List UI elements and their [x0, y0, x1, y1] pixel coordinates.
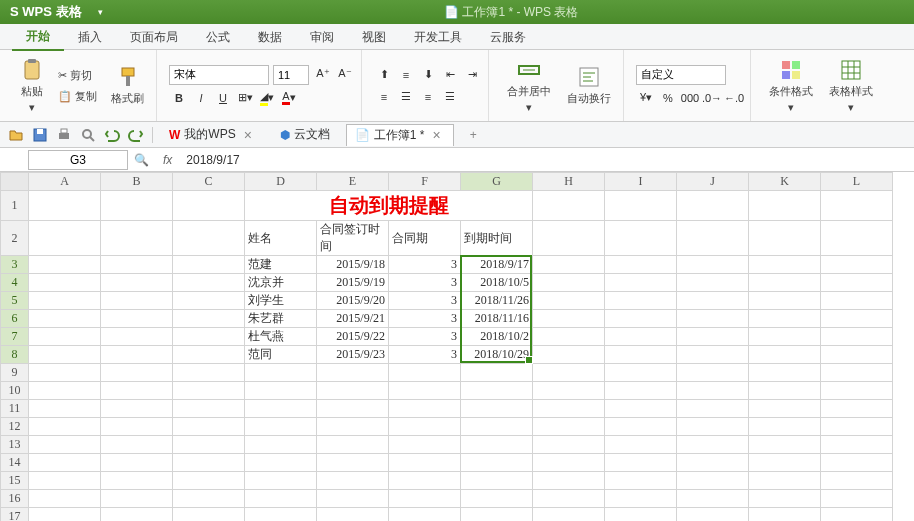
cell-C5[interactable]	[173, 292, 245, 310]
row-header-13[interactable]: 13	[1, 436, 29, 454]
cell-B5[interactable]	[101, 292, 173, 310]
col-header-G[interactable]: G	[461, 173, 533, 191]
cell-I5[interactable]	[605, 292, 677, 310]
tab-cloud[interactable]: 云服务	[476, 23, 540, 50]
cell-K6[interactable]	[749, 310, 821, 328]
cell-L1[interactable]	[821, 191, 893, 221]
cell-G15[interactable]	[461, 472, 533, 490]
row-header-1[interactable]: 1	[1, 191, 29, 221]
cell-G9[interactable]	[461, 364, 533, 382]
cell-E5[interactable]: 2015/9/20	[317, 292, 389, 310]
wrap-text-button[interactable]: 自动换行	[561, 61, 617, 110]
cell-K3[interactable]	[749, 256, 821, 274]
row-header-2[interactable]: 2	[1, 221, 29, 256]
cell-F12[interactable]	[389, 418, 461, 436]
doctab-clouddoc[interactable]: ⬢ 云文档	[272, 124, 338, 145]
cell-A5[interactable]	[29, 292, 101, 310]
cell-G6[interactable]: 2018/11/16	[461, 310, 533, 328]
cell-B12[interactable]	[101, 418, 173, 436]
cell-D8[interactable]: 范同	[245, 346, 317, 364]
open-icon[interactable]	[8, 127, 24, 143]
justify-button[interactable]: ☰	[440, 88, 460, 106]
cell-D11[interactable]	[245, 400, 317, 418]
cell-F14[interactable]	[389, 454, 461, 472]
cell-K12[interactable]	[749, 418, 821, 436]
number-format-select[interactable]	[636, 65, 726, 85]
cell-B11[interactable]	[101, 400, 173, 418]
cut-button[interactable]: ✂剪切	[54, 66, 101, 85]
cell-F7[interactable]: 3	[389, 328, 461, 346]
cell-I2[interactable]	[605, 221, 677, 256]
align-left-button[interactable]: ≡	[374, 88, 394, 106]
cell-E15[interactable]	[317, 472, 389, 490]
cell-C4[interactable]	[173, 274, 245, 292]
select-all-corner[interactable]	[1, 173, 29, 191]
row-header-10[interactable]: 10	[1, 382, 29, 400]
cell-G8[interactable]: 2018/10/29	[461, 346, 533, 364]
cell-L17[interactable]	[821, 508, 893, 522]
cell-F16[interactable]	[389, 490, 461, 508]
cell-L13[interactable]	[821, 436, 893, 454]
cell-C9[interactable]	[173, 364, 245, 382]
row-header-12[interactable]: 12	[1, 418, 29, 436]
cell-H16[interactable]	[533, 490, 605, 508]
cell-D16[interactable]	[245, 490, 317, 508]
cell-L10[interactable]	[821, 382, 893, 400]
cell-H10[interactable]	[533, 382, 605, 400]
cell-L8[interactable]	[821, 346, 893, 364]
cell-L15[interactable]	[821, 472, 893, 490]
cell-G11[interactable]	[461, 400, 533, 418]
cell-B6[interactable]	[101, 310, 173, 328]
cell-I9[interactable]	[605, 364, 677, 382]
cell-F4[interactable]: 3	[389, 274, 461, 292]
cell-A2[interactable]	[29, 221, 101, 256]
cell-H15[interactable]	[533, 472, 605, 490]
cell-L16[interactable]	[821, 490, 893, 508]
tab-data[interactable]: 数据	[244, 23, 296, 50]
cell-E4[interactable]: 2015/9/19	[317, 274, 389, 292]
align-right-button[interactable]: ≡	[418, 88, 438, 106]
cell-K2[interactable]	[749, 221, 821, 256]
cell-G5[interactable]: 2018/11/26	[461, 292, 533, 310]
cell-A4[interactable]	[29, 274, 101, 292]
paste-button[interactable]: 粘贴 ▾	[14, 54, 50, 118]
row-header-8[interactable]: 8	[1, 346, 29, 364]
close-icon[interactable]: ×	[240, 127, 256, 143]
cell-F3[interactable]: 3	[389, 256, 461, 274]
cell-K1[interactable]	[749, 191, 821, 221]
cell-G3[interactable]: 2018/9/17	[461, 256, 533, 274]
cell-D10[interactable]	[245, 382, 317, 400]
cell-F2[interactable]: 合同期	[389, 221, 461, 256]
cell-E10[interactable]	[317, 382, 389, 400]
cell-E14[interactable]	[317, 454, 389, 472]
cell-B8[interactable]	[101, 346, 173, 364]
italic-button[interactable]: I	[191, 89, 211, 107]
cell-A8[interactable]	[29, 346, 101, 364]
cell-K11[interactable]	[749, 400, 821, 418]
cell-I1[interactable]	[605, 191, 677, 221]
row-header-6[interactable]: 6	[1, 310, 29, 328]
cell-H3[interactable]	[533, 256, 605, 274]
cell-J5[interactable]	[677, 292, 749, 310]
row-header-16[interactable]: 16	[1, 490, 29, 508]
cell-K16[interactable]	[749, 490, 821, 508]
bold-button[interactable]: B	[169, 89, 189, 107]
tab-layout[interactable]: 页面布局	[116, 23, 192, 50]
cell-D5[interactable]: 刘学生	[245, 292, 317, 310]
indent-dec-button[interactable]: ⇤	[440, 66, 460, 84]
undo-icon[interactable]	[104, 127, 120, 143]
cell-C7[interactable]	[173, 328, 245, 346]
cell-E6[interactable]: 2015/9/21	[317, 310, 389, 328]
cell-L14[interactable]	[821, 454, 893, 472]
col-header-F[interactable]: F	[389, 173, 461, 191]
app-menu-arrow[interactable]: ▾	[92, 7, 109, 17]
col-header-A[interactable]: A	[29, 173, 101, 191]
tab-start[interactable]: 开始	[12, 22, 64, 51]
cell-L5[interactable]	[821, 292, 893, 310]
row-header-17[interactable]: 17	[1, 508, 29, 522]
col-header-H[interactable]: H	[533, 173, 605, 191]
cell-H7[interactable]	[533, 328, 605, 346]
cell-L3[interactable]	[821, 256, 893, 274]
cell-A17[interactable]	[29, 508, 101, 522]
font-family-select[interactable]	[169, 65, 269, 85]
